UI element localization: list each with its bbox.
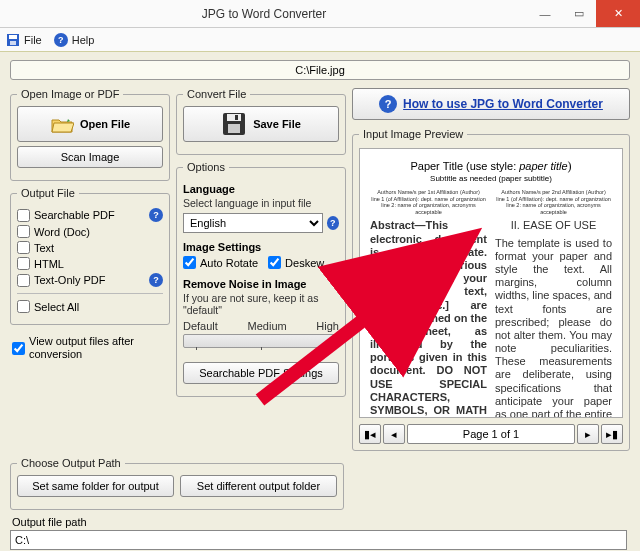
same-folder-label: Set same folder for output	[32, 480, 159, 492]
word-doc-label: Word (Doc)	[34, 226, 90, 238]
doc-title: Paper Title (use style: paper title)	[370, 159, 612, 174]
svg-rect-4	[227, 114, 241, 121]
view-output-label: View output files after conversion	[29, 335, 168, 361]
close-button[interactable]: ✕	[596, 0, 640, 27]
select-all-label: Select All	[34, 301, 79, 313]
scan-image-button[interactable]: Scan Image	[17, 146, 163, 168]
different-folder-button[interactable]: Set different output folder	[180, 475, 337, 497]
doc-subtitle: Subtitle as needed (paper subtitle)	[370, 174, 612, 183]
noise-heading: Remove Noise in Image	[183, 278, 339, 290]
same-folder-button[interactable]: Set same folder for output	[17, 475, 174, 497]
svg-rect-6	[235, 115, 238, 120]
text-checkbox[interactable]	[17, 241, 30, 254]
output-path-label: Output file path	[10, 516, 630, 528]
minimize-button[interactable]: —	[528, 0, 562, 27]
preview-legend: Input Image Preview	[359, 128, 467, 140]
menu-file-label: File	[24, 34, 42, 46]
output-path-field[interactable]: C:\	[10, 530, 627, 550]
help-icon[interactable]: ?	[149, 208, 163, 222]
output-file-group: Output File Searchable PDF? Word (Doc) T…	[10, 187, 170, 325]
searchable-pdf-checkbox[interactable]	[17, 209, 30, 222]
open-file-label: Open File	[80, 118, 130, 130]
options-legend: Options	[183, 161, 229, 173]
auto-rotate-checkbox[interactable]	[183, 256, 196, 269]
pager-next-button[interactable]: ▸	[577, 424, 599, 444]
image-settings-heading: Image Settings	[183, 241, 339, 253]
language-select[interactable]: English	[183, 213, 323, 233]
noise-high-label: High	[316, 320, 339, 332]
menu-help[interactable]: ? Help	[54, 33, 95, 47]
searchable-pdf-settings-button[interactable]: Searchable PDF Settings	[183, 362, 339, 384]
options-group: Options Language Select language in inpu…	[176, 161, 346, 397]
auto-rotate-label: Auto Rotate	[200, 257, 258, 269]
language-heading: Language	[183, 183, 339, 195]
how-to-link[interactable]: ? How to use JPG to Word Converter	[352, 88, 630, 120]
save-file-label: Save File	[253, 118, 301, 130]
choose-output-path-legend: Choose Output Path	[17, 457, 125, 469]
pager-prev-button[interactable]: ◂	[383, 424, 405, 444]
preview-group: Input Image Preview Paper Title (use sty…	[352, 128, 630, 451]
svg-rect-2	[10, 41, 16, 45]
scan-image-label: Scan Image	[61, 151, 120, 163]
input-file-path: C:\File.jpg	[10, 60, 630, 80]
text-label: Text	[34, 242, 54, 254]
svg-rect-5	[228, 124, 240, 133]
output-file-legend: Output File	[17, 187, 79, 199]
svg-rect-1	[9, 35, 17, 39]
noise-subtext: If you are not sure, keep it as "default…	[183, 292, 339, 316]
help-icon[interactable]: ?	[149, 273, 163, 287]
searchable-pdf-label: Searchable PDF	[34, 209, 115, 221]
pager-first-button[interactable]: ▮◂	[359, 424, 381, 444]
menu-help-label: Help	[72, 34, 95, 46]
maximize-button[interactable]: ▭	[562, 0, 596, 27]
different-folder-label: Set different output folder	[197, 480, 320, 492]
choose-output-path-group: Choose Output Path Set same folder for o…	[10, 457, 344, 510]
noise-medium-label: Medium	[248, 320, 287, 332]
preview-page: Paper Title (use style: paper title) Sub…	[359, 148, 623, 418]
window-title: JPG to Word Converter	[0, 7, 528, 21]
menu-file[interactable]: File	[6, 33, 42, 47]
save-file-button[interactable]: Save File	[183, 106, 339, 142]
searchable-pdf-settings-label: Searchable PDF Settings	[199, 367, 323, 379]
html-label: HTML	[34, 258, 64, 270]
folder-open-icon	[50, 114, 74, 134]
save-disk-icon	[6, 33, 20, 47]
help-icon: ?	[54, 33, 68, 47]
text-only-pdf-checkbox[interactable]	[17, 274, 30, 287]
text-only-pdf-label: Text-Only PDF	[34, 274, 106, 286]
floppy-disk-icon	[221, 111, 247, 137]
html-checkbox[interactable]	[17, 257, 30, 270]
open-file-button[interactable]: Open File	[17, 106, 163, 142]
help-icon[interactable]: ?	[327, 216, 339, 230]
deskew-checkbox[interactable]	[268, 256, 281, 269]
view-output-checkbox[interactable]	[12, 342, 25, 355]
select-all-checkbox[interactable]	[17, 300, 30, 313]
pager-last-button[interactable]: ▸▮	[601, 424, 623, 444]
how-to-label: How to use JPG to Word Converter	[403, 97, 603, 111]
convert-file-legend: Convert File	[183, 88, 250, 100]
convert-file-group: Convert File Save File	[176, 88, 346, 155]
noise-slider[interactable]	[183, 334, 339, 348]
language-subtext: Select language in input file	[183, 197, 339, 209]
open-image-legend: Open Image or PDF	[17, 88, 123, 100]
open-image-group: Open Image or PDF Open File Scan Image	[10, 88, 170, 181]
word-doc-checkbox[interactable]	[17, 225, 30, 238]
pager-text: Page 1 of 1	[407, 424, 575, 444]
noise-default-label: Default	[183, 320, 218, 332]
help-icon: ?	[379, 95, 397, 113]
deskew-label: Deskew	[285, 257, 324, 269]
